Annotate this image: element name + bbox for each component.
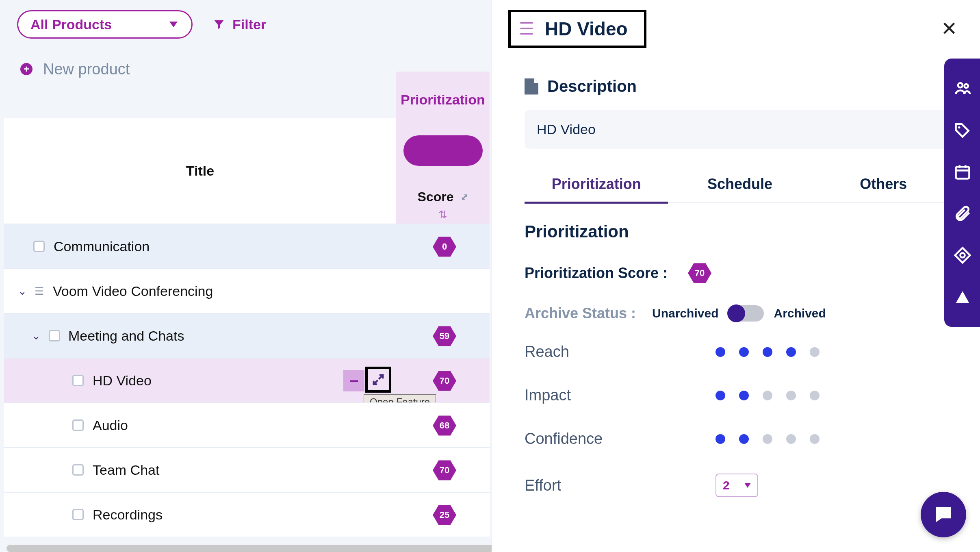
funnel-icon bbox=[213, 18, 225, 30]
rating-dot[interactable] bbox=[715, 347, 725, 357]
toggle-knob bbox=[727, 304, 745, 322]
tab-prioritization[interactable]: Prioritization bbox=[525, 176, 668, 204]
description-value: HD Video bbox=[537, 122, 596, 137]
products-dropdown-label: All Products bbox=[30, 17, 112, 33]
row-checkbox[interactable] bbox=[72, 375, 84, 386]
score-badge: 70 bbox=[433, 370, 456, 391]
remove-button[interactable]: − bbox=[343, 370, 364, 391]
description-section-header: Description bbox=[525, 77, 954, 96]
description-heading: Description bbox=[547, 77, 637, 96]
description-text[interactable]: HD Video bbox=[525, 110, 963, 149]
filter-button[interactable]: Filter bbox=[213, 17, 266, 33]
subgroup-row[interactable]: ⌄ Meeting and Chats 59 bbox=[4, 313, 490, 358]
h-scrollbar[interactable] bbox=[7, 545, 494, 552]
prioritization-section: Prioritization Prioritization Score : 70… bbox=[525, 222, 954, 497]
row-title: Recordings bbox=[93, 507, 163, 523]
row-checkbox[interactable] bbox=[72, 464, 84, 476]
open-feature-button[interactable] bbox=[365, 367, 391, 393]
row-title: Meeting and Chats bbox=[68, 328, 184, 344]
rating-dot[interactable] bbox=[715, 434, 725, 444]
rating-dot[interactable] bbox=[763, 347, 772, 357]
row-checkbox[interactable] bbox=[33, 241, 45, 252]
rating-dot[interactable] bbox=[739, 347, 749, 357]
row-checkbox[interactable] bbox=[72, 419, 84, 431]
archive-toggle[interactable] bbox=[728, 305, 764, 322]
svg-point-4 bbox=[960, 253, 965, 257]
chevron-down-icon bbox=[744, 483, 751, 488]
tag-icon[interactable] bbox=[954, 121, 971, 139]
rating-dot[interactable] bbox=[739, 391, 749, 400]
rating-dot[interactable] bbox=[739, 434, 749, 444]
row-checkbox[interactable] bbox=[49, 330, 60, 341]
archive-toggle-wrap: Unarchived Archived bbox=[652, 305, 826, 322]
score-badge: 25 bbox=[433, 504, 456, 526]
feature-row-hd-video[interactable]: HD Video − Open Feature 70 bbox=[4, 358, 490, 402]
score-badge: 70 bbox=[433, 460, 456, 481]
effort-row: Effort 2 bbox=[525, 474, 954, 497]
row-title: Voom Video Conferencing bbox=[53, 283, 213, 299]
svg-point-0 bbox=[958, 83, 963, 87]
title-column-text: Title bbox=[186, 163, 214, 179]
score-label: Prioritization Score : bbox=[525, 265, 668, 282]
side-rail bbox=[944, 59, 980, 327]
score-badge: 0 bbox=[433, 236, 456, 257]
list-pane: All Products Filter + New product Title … bbox=[4, 0, 490, 552]
reach-label: Reach bbox=[525, 343, 715, 361]
chevron-down-icon[interactable]: ⌄ bbox=[31, 330, 41, 341]
effort-value: 2 bbox=[723, 478, 730, 492]
product-row[interactable]: Communication 0 bbox=[4, 224, 490, 268]
group-row[interactable]: ⌄ ☰ Voom Video Conferencing bbox=[4, 268, 490, 313]
prioritization-header-label: Prioritization bbox=[401, 92, 485, 108]
row-checkbox[interactable] bbox=[72, 509, 84, 520]
sort-icon[interactable]: ⇅ bbox=[418, 209, 468, 221]
score-badge: 70 bbox=[688, 263, 711, 284]
feature-row-team-chat[interactable]: Team Chat 70 bbox=[4, 447, 490, 492]
tab-others[interactable]: Others bbox=[812, 176, 955, 202]
rating-dot[interactable] bbox=[763, 434, 772, 444]
list-icon: ☰ bbox=[33, 285, 45, 297]
rating-dot[interactable] bbox=[786, 434, 796, 444]
attachment-icon[interactable] bbox=[954, 204, 971, 222]
feature-row-recordings[interactable]: Recordings 25 bbox=[4, 492, 490, 537]
score-column-text: Score bbox=[418, 189, 454, 204]
triangle-icon[interactable] bbox=[954, 288, 971, 306]
rating-dot[interactable] bbox=[810, 391, 820, 400]
chevron-down-icon bbox=[169, 22, 178, 27]
rating-dot[interactable] bbox=[786, 391, 796, 400]
score-badge: 68 bbox=[433, 415, 456, 436]
reach-row: Reach bbox=[525, 343, 954, 361]
impact-dots bbox=[715, 391, 820, 400]
prioritization-selected-pill[interactable] bbox=[403, 135, 483, 166]
people-icon[interactable] bbox=[954, 79, 971, 97]
expand-icon[interactable]: ⤢ bbox=[461, 192, 468, 202]
diamond-icon[interactable] bbox=[954, 246, 971, 264]
svg-point-1 bbox=[965, 84, 968, 88]
score-column-label: Score ⤢ bbox=[418, 189, 468, 204]
close-button[interactable]: ✕ bbox=[941, 17, 957, 40]
rating-dot[interactable] bbox=[763, 391, 772, 400]
feature-row-audio[interactable]: Audio 68 bbox=[4, 402, 490, 447]
rating-dot[interactable] bbox=[810, 347, 820, 357]
prioritization-heading: Prioritization bbox=[525, 222, 954, 241]
effort-label: Effort bbox=[525, 477, 715, 494]
tab-schedule[interactable]: Schedule bbox=[668, 176, 811, 202]
products-dropdown[interactable]: All Products bbox=[17, 10, 193, 39]
panel-title-wrap: ☰ HD Video bbox=[508, 10, 646, 48]
chevron-down-icon[interactable]: ⌄ bbox=[17, 286, 28, 296]
effort-select[interactable]: 2 bbox=[715, 474, 758, 497]
app-root: All Products Filter + New product Title … bbox=[0, 0, 980, 552]
chat-fab[interactable] bbox=[921, 492, 966, 537]
svg-rect-3 bbox=[956, 167, 969, 178]
archive-label: Archive Status : bbox=[525, 305, 636, 322]
detail-panel: ☰ HD Video ✕ Description HD Video Priori… bbox=[492, 0, 980, 552]
rating-dot[interactable] bbox=[810, 434, 820, 444]
archive-left-label: Unarchived bbox=[652, 306, 718, 320]
confidence-dots bbox=[715, 434, 820, 444]
archive-row: Archive Status : Unarchived Archived bbox=[525, 305, 954, 322]
rating-dot[interactable] bbox=[786, 347, 796, 357]
reach-dots bbox=[715, 347, 820, 357]
calendar-icon[interactable] bbox=[954, 163, 971, 181]
filter-label: Filter bbox=[232, 17, 266, 33]
expand-icon bbox=[371, 373, 385, 387]
rating-dot[interactable] bbox=[715, 391, 725, 400]
